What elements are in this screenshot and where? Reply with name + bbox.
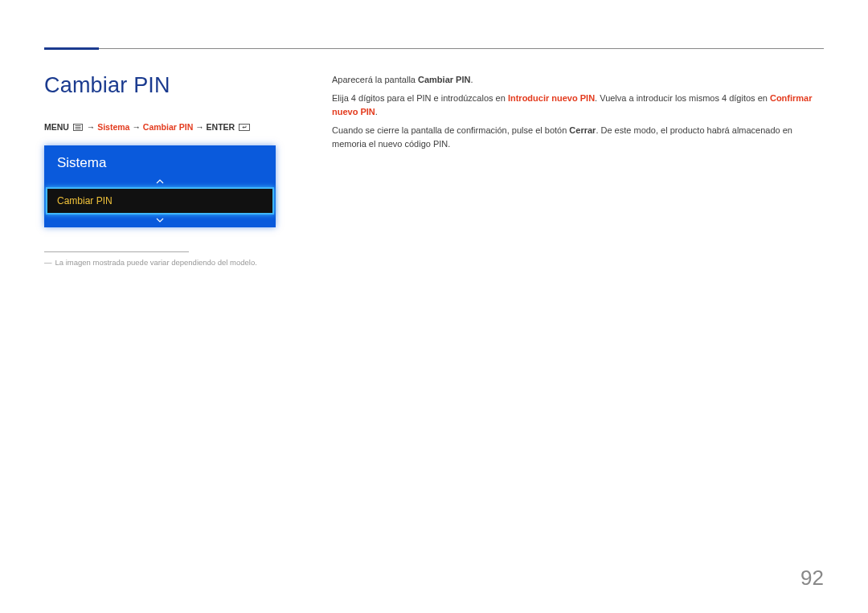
bc-enter: ENTER	[207, 122, 235, 132]
text: Elija 4 dígitos para el PIN e introdúzca…	[332, 93, 508, 103]
top-separator	[44, 48, 824, 49]
text: . Vuelva a introducir los mismos 4 dígit…	[595, 93, 770, 103]
text: Aparecerá la pantalla	[332, 75, 418, 84]
bc-sep: →	[132, 122, 141, 132]
paragraph-2: Elija 4 dígitos para el PIN e introdúzca…	[332, 92, 824, 119]
red-text: Introducir nuevo PIN	[508, 93, 595, 103]
bold-text: Cerrar	[569, 125, 596, 135]
paragraph-1: Aparecerá la pantalla Cambiar PIN.	[332, 73, 824, 87]
text: .	[470, 75, 473, 84]
footnote-text: La imagen mostrada puede variar dependie…	[55, 257, 257, 268]
text: Cuando se cierre la pantalla de confirma…	[332, 125, 569, 135]
footnote-dash: ―	[44, 257, 52, 268]
paragraph-3: Cuando se cierre la pantalla de confirma…	[332, 124, 824, 151]
footnote-separator	[44, 251, 189, 252]
page-title: Cambiar PIN	[44, 73, 293, 98]
enter-icon	[239, 123, 250, 133]
bc-sep: →	[195, 122, 204, 132]
page-number: 92	[800, 566, 824, 591]
bc-menu: MENU	[44, 122, 69, 132]
bc-cambiar: Cambiar PIN	[143, 122, 193, 132]
footnote: ― La imagen mostrada puede variar depend…	[44, 257, 293, 268]
osd-menu-title: Sistema	[46, 147, 274, 176]
osd-menu-preview: Sistema Cambiar PIN	[44, 145, 276, 227]
osd-selected-item: Cambiar PIN	[46, 187, 274, 215]
breadcrumb: MENU → Sistema → Cambiar PIN → ENTER	[44, 122, 293, 133]
chevron-down-icon	[46, 215, 274, 226]
menu-icon	[73, 123, 83, 133]
bc-sistema: Sistema	[97, 122, 129, 132]
bc-sep: →	[87, 122, 96, 132]
bold-text: Cambiar PIN	[418, 75, 470, 84]
text: .	[375, 107, 378, 116]
chevron-up-icon	[46, 176, 274, 187]
